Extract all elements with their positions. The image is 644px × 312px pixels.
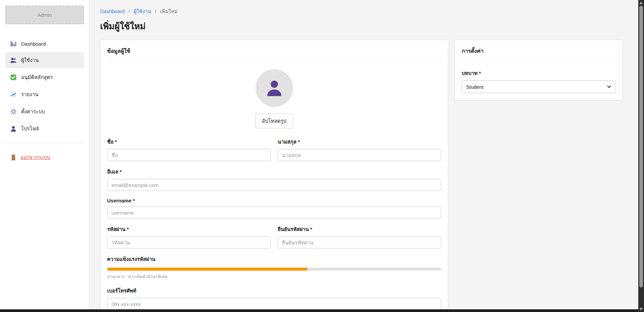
phone-label: เบอร์โทรศัพท์ xyxy=(107,287,441,295)
sidebar-nav: Dashboard ผู้ใช้งาน xyxy=(5,36,84,137)
role-select-wrap: Student xyxy=(462,80,615,93)
system-settings-icon xyxy=(10,108,17,115)
brand-logo-placeholder: Admin xyxy=(5,6,84,24)
sidebar: Admin Dashboard xyxy=(0,0,90,309)
sidebar-item-users[interactable]: ผู้ใช้งาน xyxy=(5,52,84,68)
password-strength-track xyxy=(107,268,441,271)
password-label: รหัสผ่าน * xyxy=(107,225,271,233)
scrollbar-up-arrow-icon[interactable] xyxy=(639,2,643,4)
password-field-group: รหัสผ่าน * xyxy=(107,225,271,248)
username-field-group: Username * xyxy=(107,198,441,219)
avatar-section: อัปโหลดรูป xyxy=(107,69,441,128)
first-name-label: ชื่อ * xyxy=(107,138,271,146)
confirm-password-label: ยืนยันรหัสผ่าน * xyxy=(278,225,441,233)
upload-photo-button[interactable]: อัปโหลดรูป xyxy=(255,114,293,128)
content-row: ข้อมูลผู้ใช้ อัปโหลดรูป ชื่อ * xyxy=(100,40,623,312)
breadcrumb-link-dashboard[interactable]: Dashboard xyxy=(100,8,125,14)
sidebar-item-label: รายงาน xyxy=(21,90,38,99)
logout-door-icon xyxy=(10,154,17,161)
last-name-label: นามสกุล * xyxy=(278,138,441,146)
password-strength-label: ความแข็งแรงรหัสผ่าน xyxy=(107,255,441,263)
dashboard-icon xyxy=(10,40,17,47)
settings-card-title: การตั้งค่า xyxy=(462,47,615,61)
user-info-card-title: ข้อมูลผู้ใช้ xyxy=(107,47,441,61)
breadcrumb-separator: / xyxy=(155,8,156,14)
sidebar-item-label: โปรไฟล์ xyxy=(21,125,39,133)
first-name-input[interactable] xyxy=(107,149,271,161)
breadcrumb-link-users[interactable]: ผู้ใช้งาน xyxy=(134,8,151,14)
sidebar-item-label: ผู้ใช้งาน xyxy=(21,56,39,64)
avatar xyxy=(256,69,293,107)
logout-link[interactable]: ออกจากระบบ xyxy=(5,153,84,161)
window-bottom-edge xyxy=(0,309,644,312)
sidebar-item-approve-courses[interactable]: อนุมัติหลักสูตร xyxy=(5,69,84,85)
sidebar-divider xyxy=(5,144,84,144)
scrollbar-thumb[interactable] xyxy=(639,6,643,287)
user-info-card: ข้อมูลผู้ใช้ อัปโหลดรูป ชื่อ * xyxy=(100,40,448,312)
sidebar-item-profile[interactable]: โปรไฟล์ xyxy=(5,121,84,137)
password-strength-section: ความแข็งแรงรหัสผ่าน ปานกลาง - ควรเพิ่มตั… xyxy=(107,255,441,280)
email-field-group: อีเมล * xyxy=(107,168,441,191)
sidebar-item-system-settings[interactable]: ตั้งค่าระบบ xyxy=(5,104,84,120)
password-input[interactable] xyxy=(107,236,271,248)
last-name-field-group: นามสกุล * xyxy=(278,138,441,161)
approve-courses-icon xyxy=(10,74,17,81)
vertical-scrollbar[interactable] xyxy=(638,0,644,312)
email-input[interactable] xyxy=(107,179,441,191)
password-strength-hint: ปานกลาง - ควรเพิ่มตัวอักษรพิเศษ xyxy=(107,273,441,280)
first-name-field-group: ชื่อ * xyxy=(107,138,271,161)
password-strength-fill xyxy=(107,268,308,271)
sidebar-item-label: ตั้งค่าระบบ xyxy=(21,108,45,116)
breadcrumb: Dashboard / ผู้ใช้งาน / เพิ่มใหม่ xyxy=(100,8,623,15)
profile-icon xyxy=(10,125,17,132)
email-label: อีเมล * xyxy=(107,168,441,176)
username-input[interactable] xyxy=(107,206,441,219)
last-name-input[interactable] xyxy=(278,149,441,161)
role-select[interactable]: Student xyxy=(462,80,615,93)
phone-input[interactable] xyxy=(107,298,441,310)
main-content: Dashboard / ผู้ใช้งาน / เพิ่มใหม่ เพิ่มผ… xyxy=(90,0,638,309)
confirm-password-field-group: ยืนยันรหัสผ่าน * xyxy=(278,225,441,248)
reports-icon xyxy=(10,91,17,98)
sidebar-item-label: อนุมัติหลักสูตร xyxy=(21,73,53,81)
username-label: Username * xyxy=(107,198,441,203)
sidebar-item-dashboard[interactable]: Dashboard xyxy=(5,36,84,51)
settings-card: การตั้งค่า บทบาท * Student xyxy=(455,40,623,100)
brand-label: Admin xyxy=(38,12,52,18)
avatar-person-icon xyxy=(265,78,284,98)
breadcrumb-separator: / xyxy=(129,8,130,14)
sidebar-item-reports[interactable]: รายงาน xyxy=(5,86,84,103)
logout-label: ออกจากระบบ xyxy=(20,153,50,161)
page-title: เพิ่มผู้ใช้ใหม่ xyxy=(100,21,623,32)
breadcrumb-current: เพิ่มใหม่ xyxy=(160,8,178,14)
sidebar-item-label: Dashboard xyxy=(21,41,46,47)
phone-field-group: เบอร์โทรศัพท์ xyxy=(107,287,441,310)
users-icon xyxy=(10,57,17,64)
scrollbar-down-arrow-icon[interactable] xyxy=(639,308,643,310)
confirm-password-input[interactable] xyxy=(278,236,441,248)
admin-add-user-page: Admin Dashboard xyxy=(0,0,644,312)
role-label: บทบาท * xyxy=(462,69,615,77)
